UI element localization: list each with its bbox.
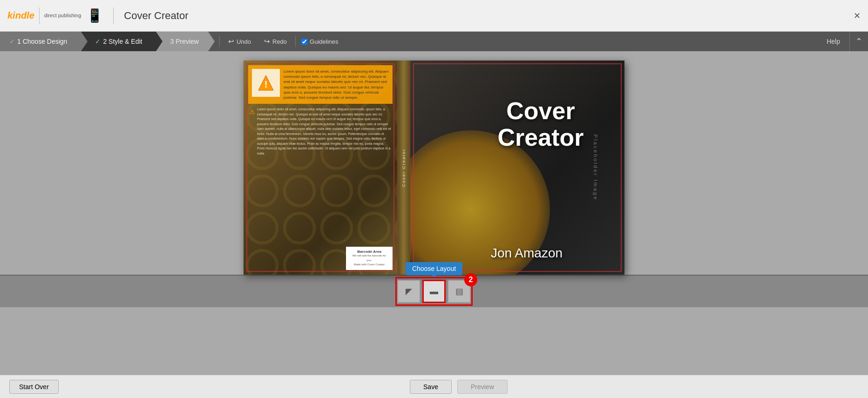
save-button[interactable]: Save xyxy=(410,380,452,394)
device-icon: 📱 xyxy=(87,8,103,23)
kindle-logo: kindle direct publishing xyxy=(7,7,81,24)
layout-btn-1[interactable]: ▬ xyxy=(422,280,446,303)
spine: Cover Creator xyxy=(397,61,410,275)
app-title: Cover Creator xyxy=(124,10,188,22)
step2-label: 2 Style & Edit xyxy=(103,38,142,45)
toolbar: ✓ 1 Choose Design ✓ 2 Style & Edit 3 Pre… xyxy=(0,32,868,51)
undo-label: Undo xyxy=(237,38,251,45)
back-lorem-text: ⚠ Lorem ipsum dolor sit amet, consectetu… xyxy=(249,107,392,159)
guidelines-checkbox[interactable] xyxy=(301,39,307,45)
guidelines-label: Guidelines xyxy=(310,38,338,45)
warning-icon-big: ! xyxy=(252,69,280,97)
step2-arrow xyxy=(156,32,163,51)
barcode-line1: We will add the barcode for you. xyxy=(351,254,388,263)
layout-icon-0: ◤ xyxy=(406,286,412,297)
layout-section: Choose Layout 2 ◤ ▬ ▤ xyxy=(393,275,475,308)
undo-button[interactable]: ↩ Undo xyxy=(222,32,258,51)
layout-icon-1: ▬ xyxy=(430,287,438,297)
sep1 xyxy=(219,36,220,47)
title-bar: kindle direct publishing 📱 Cover Creator… xyxy=(0,0,868,32)
step1-arrow xyxy=(81,32,88,51)
step1-check: ✓ xyxy=(9,38,15,45)
close-button[interactable]: ✕ xyxy=(854,11,861,21)
barcode-title: Barcode Area xyxy=(351,250,388,254)
step3-arrow xyxy=(208,32,215,51)
warning-text: Lorem ipsum dolor sit amet, consectetur … xyxy=(284,69,389,100)
undo-icon: ↩ xyxy=(228,37,234,46)
redo-icon: ↪ xyxy=(264,37,270,46)
preview-button[interactable]: Preview xyxy=(457,380,508,394)
warning-overlay: ! Lorem ipsum dolor sit amet, consectetu… xyxy=(248,65,393,104)
spine-text: Cover Creator xyxy=(401,148,406,187)
logo-divider xyxy=(39,7,40,24)
main-area: ! Lorem ipsum dolor sit amet, consectetu… xyxy=(0,51,868,375)
lorem-body: Lorem ipsum dolor sit amet, consectetur … xyxy=(257,107,392,156)
step-badge: 2 xyxy=(464,273,477,286)
title-divider xyxy=(113,7,114,24)
front-cover-red-border xyxy=(413,63,622,272)
barcode-area: Barcode Area We will add the barcode for… xyxy=(346,247,393,270)
layout-icon-2: ▤ xyxy=(455,286,463,297)
guidelines-toggle[interactable]: Guidelines xyxy=(301,38,338,45)
step1-label: 1 Choose Design xyxy=(17,38,67,45)
layout-btn-0[interactable]: ◤ xyxy=(397,280,420,303)
back-lorem-warning: ⚠ Lorem ipsum dolor sit amet, consectetu… xyxy=(249,107,392,156)
step1-tab[interactable]: ✓ 1 Choose Design xyxy=(0,32,81,51)
sep2 xyxy=(295,36,296,47)
title-bar-left: kindle direct publishing 📱 Cover Creator xyxy=(7,7,188,24)
back-cover: ! Lorem ipsum dolor sit amet, consectetu… xyxy=(244,61,397,275)
step3-tab[interactable]: 3 Preview xyxy=(156,32,208,51)
bottom-toolbar: Choose Layout 2 ◤ ▬ ▤ xyxy=(0,275,868,307)
footer-center: Save Preview xyxy=(59,380,859,394)
footer: Start Over Save Preview xyxy=(0,375,868,398)
toolbar-actions: ↩ Undo ↪ Redo Guidelines xyxy=(217,32,339,51)
front-cover: Placeholder Image Cover Creator Jon Amaz… xyxy=(410,61,624,275)
kindle-wordmark: kindle xyxy=(7,10,34,21)
warn-triangle-icon: ⚠ xyxy=(249,107,255,117)
redo-label: Redo xyxy=(272,38,287,45)
tooltip-wrapper: Choose Layout 2 ◤ ▬ ▤ xyxy=(397,280,471,303)
tooltip-bubble: Choose Layout xyxy=(406,262,462,275)
step3-label: 3 Preview xyxy=(170,38,198,45)
svg-text:!: ! xyxy=(264,79,268,89)
step2-tab[interactable]: ✓ 2 Style & Edit xyxy=(81,32,156,51)
book-preview: ! Lorem ipsum dolor sit amet, consectetu… xyxy=(244,61,624,275)
help-button[interactable]: Help xyxy=(817,32,849,51)
start-over-button[interactable]: Start Over xyxy=(9,380,59,394)
step2-check: ✓ xyxy=(95,38,101,45)
collapse-button[interactable]: ⌃ xyxy=(849,32,868,51)
dp-wordmark: direct publishing xyxy=(44,13,81,19)
barcode-line2: Made with Cover Creator xyxy=(351,263,388,267)
layout-buttons-row: ◤ ▬ ▤ xyxy=(397,280,471,303)
redo-button[interactable]: ↪ Redo xyxy=(258,32,293,51)
